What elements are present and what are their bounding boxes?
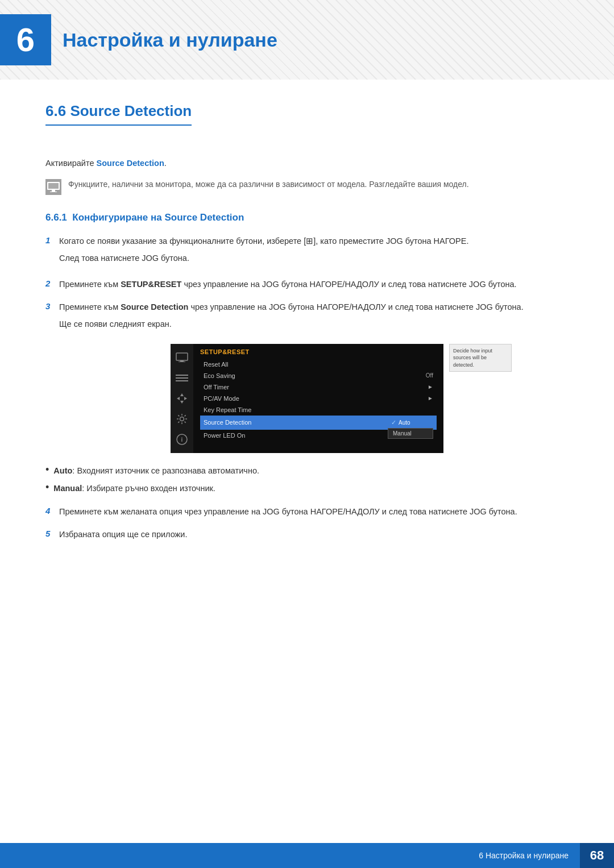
- svg-rect-8: [176, 377, 188, 379]
- svg-rect-4: [176, 353, 188, 360]
- step-number-4: 4: [45, 505, 59, 516]
- step-4-content: Преминете към желаната опция чрез управл…: [59, 505, 569, 519]
- step-5: 5 Избраната опция ще се приложи.: [45, 528, 569, 542]
- monitor-icon-arrows: [175, 392, 189, 405]
- svg-rect-7: [176, 375, 188, 376]
- bullet-auto-text: Auto: Входният източник се разпознава ав…: [53, 464, 259, 477]
- section-title: 6.6 Source Detection: [45, 102, 192, 126]
- step-number-5: 5: [45, 528, 59, 538]
- step-4: 4 Преминете към желаната опция чрез упра…: [45, 505, 569, 519]
- tooltip-text: Decide how input sources will be detecte…: [453, 348, 492, 368]
- bullet-list: • Auto: Входният източник се разпознава …: [45, 464, 569, 495]
- section-number: 6.6: [45, 102, 66, 119]
- svg-marker-12: [177, 397, 180, 400]
- step-1-sub: След това натиснете JOG бутона.: [59, 252, 468, 265]
- step-2: 2 Преминете към SETUP&RESET чрез управле…: [45, 278, 569, 292]
- monitor-icon-input: [175, 351, 189, 364]
- step-number-3: 3: [45, 301, 59, 311]
- submenu-dropdown: Manual: [388, 428, 433, 439]
- subsection-number: 6.6.1: [45, 212, 67, 223]
- menu-title: SETUP&RESET: [200, 348, 437, 355]
- svg-rect-3: [50, 192, 57, 192]
- svg-rect-6: [179, 362, 185, 362]
- bullet-manual-text: Manual: Избирате ръчно входен източник.: [53, 482, 215, 495]
- bullet-manual: • Manual: Избирате ръчно входен източник…: [45, 482, 569, 495]
- note-box: Функциите, налични за монитора, може да …: [45, 178, 569, 195]
- svg-rect-5: [180, 360, 184, 362]
- bullet-auto: • Auto: Входният източник се разпознава …: [45, 464, 569, 477]
- monitor-screenshot: i SETUP&RESET Reset All Eco Saving Off O…: [171, 344, 443, 453]
- svg-point-14: [180, 417, 184, 421]
- monitor-icon-gear: [175, 412, 189, 426]
- step-2-content: Преминете към SETUP&RESET чрез управлени…: [59, 278, 569, 292]
- step-3: 3 Преминете към Source Detection чрез уп…: [45, 301, 569, 335]
- chapter-header: 6 Настройка и нулиране: [0, 0, 614, 80]
- menu-item-reset-all: Reset All: [200, 359, 437, 370]
- submenu-wrapper: ✓ Auto Manual: [388, 418, 433, 427]
- svg-marker-11: [180, 401, 184, 404]
- svg-rect-1: [48, 183, 59, 189]
- note-icon: [45, 179, 61, 195]
- step-5-content: Избраната опция ще се приложи.: [59, 528, 569, 542]
- section-header: 6.6 Source Detection: [45, 102, 569, 143]
- submenu-manual: Manual: [388, 429, 433, 438]
- step-3-sub: Ще се появи следният екран.: [59, 318, 524, 331]
- subsection-title-text: Конфигуриране на Source Detection: [72, 212, 244, 223]
- note-text: Функциите, налични за монитора, може да …: [68, 178, 469, 190]
- activation-text: Активирайте Source Detection.: [45, 159, 569, 168]
- monitor-icon-info: i: [175, 433, 189, 446]
- step-3-content: Преминете към Source Detection чрез упра…: [59, 301, 524, 314]
- monitor-icon-list: [175, 371, 189, 385]
- svg-rect-9: [176, 380, 188, 381]
- step-1: 1 Когато се появи указание за функционал…: [45, 235, 569, 269]
- monitor-content: SETUP&RESET Reset All Eco Saving Off Off…: [193, 344, 443, 453]
- step-number-1: 1: [45, 235, 59, 245]
- chapter-title: Настройка и нулиране: [63, 29, 277, 51]
- content-area: 6.6 Source Detection Активирайте Source …: [0, 102, 614, 596]
- chapter-number-box: 6: [0, 14, 51, 65]
- menu-item-pcav-mode: PC/AV Mode ►: [200, 393, 437, 404]
- activation-bold: Source Detection: [97, 159, 164, 168]
- footer-section-text: 6 Настройка и нулиране: [479, 851, 580, 860]
- svg-text:i: i: [181, 437, 183, 443]
- menu-item-eco-saving: Eco Saving Off: [200, 370, 437, 381]
- svg-marker-13: [184, 397, 187, 400]
- menu-item-off-timer: Off Timer ►: [200, 381, 437, 393]
- activation-suffix: .: [164, 159, 167, 168]
- step-number-2: 2: [45, 278, 59, 288]
- section-title-text: Source Detection: [70, 102, 192, 119]
- step-1-content: Когато се появи указание за функционални…: [59, 235, 468, 248]
- page-footer: 6 Настройка и нулиране 68: [0, 843, 614, 868]
- monitor-main: i SETUP&RESET Reset All Eco Saving Off O…: [171, 344, 443, 453]
- subsection-title: 6.6.1 Конфигуриране на Source Detection: [45, 212, 569, 223]
- footer-page-number: 68: [580, 843, 614, 868]
- activation-prefix: Активирайте: [45, 159, 97, 168]
- monitor-icons: i: [171, 344, 193, 453]
- submenu-auto-selected: ✓ Auto: [388, 418, 433, 427]
- svg-marker-10: [180, 393, 184, 396]
- menu-item-key-repeat: Key Repeat Time: [200, 404, 437, 416]
- tooltip-box: Decide how input sources will be detecte…: [449, 344, 512, 372]
- chapter-number: 6: [16, 23, 35, 56]
- menu-item-source-detection: Source Detection ✓ Auto Manual: [200, 416, 437, 430]
